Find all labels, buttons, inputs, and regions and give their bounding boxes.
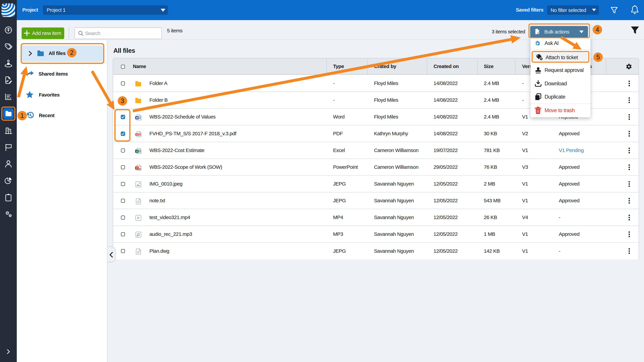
- svg-text:PDF: PDF: [136, 134, 139, 136]
- svg-text:P: P: [136, 167, 138, 169]
- svg-text:W: W: [136, 116, 138, 119]
- svg-text:X: X: [136, 150, 138, 153]
